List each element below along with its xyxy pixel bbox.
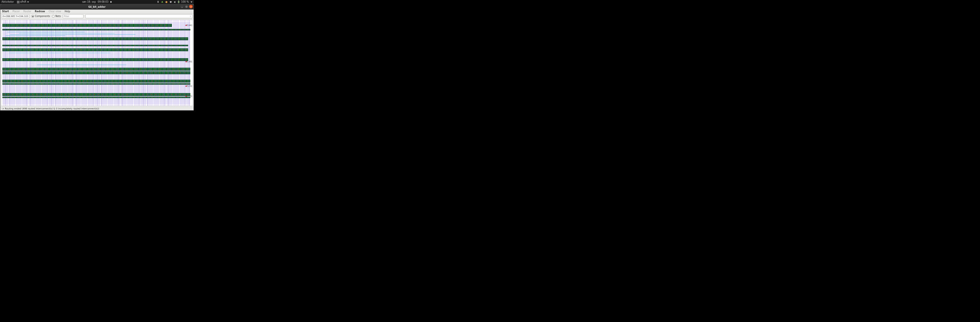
wifi-icon[interactable]	[169, 1, 172, 3]
cell-row	[2, 48, 188, 51]
menu-help[interactable]: Help	[63, 10, 72, 13]
svg-rect-3	[17, 2, 18, 2]
cell-row	[2, 58, 188, 61]
filter-input[interactable]: Filter	[63, 14, 84, 18]
view-nets-label: Nets	[56, 15, 61, 17]
window-close-button[interactable]	[189, 5, 192, 8]
coordinate-readout: X=288.985 Y=194.103	[1, 14, 30, 18]
svg-rect-0	[17, 1, 18, 2]
cell-row	[2, 68, 190, 71]
layout-canvas[interactable]: Y[44]Y[30]Y[23]Y[12]	[1, 20, 193, 106]
svg-rect-15	[178, 1, 179, 3]
app-name: ePnR	[20, 0, 26, 4]
svg-rect-17	[181, 7, 183, 7]
clock-time: 09:08:03	[98, 0, 108, 4]
battery-percent: 100 %	[181, 0, 189, 4]
svg-rect-8	[19, 3, 19, 3]
menu-start[interactable]: Start	[0, 10, 11, 13]
chevron-down-icon	[191, 2, 192, 3]
status-bar: -> Routing ended (498 routed interconnec…	[0, 107, 194, 110]
canvas-container: Y[44]Y[30]Y[23]Y[12]	[0, 20, 194, 106]
cell-row	[2, 97, 190, 98]
gnome-top-bar: Aktiviteter ePnR søn 19. sep 09:08:03 10…	[0, 0, 194, 4]
svg-marker-11	[161, 1, 163, 3]
view-nets-radio[interactable]: Nets	[52, 15, 61, 17]
clock[interactable]: søn 19. sep 09:08:03	[82, 0, 111, 4]
window-minimize-button[interactable]	[180, 5, 184, 8]
app-indicator[interactable]: ePnR	[17, 0, 29, 4]
clock-date: søn 19. sep	[82, 0, 96, 4]
cell-row	[2, 29, 190, 30]
cell-row	[2, 24, 172, 27]
cell-row	[2, 71, 190, 74]
notification-dot-icon	[110, 1, 112, 3]
volume-icon[interactable]	[174, 1, 176, 3]
svg-marker-9	[157, 1, 159, 2]
window-title: 64_bit_adder	[88, 6, 106, 8]
cell-row	[2, 83, 190, 85]
svg-rect-7	[18, 3, 19, 3]
status-text: -> Routing ended (498 routed interconnec…	[2, 107, 99, 110]
view-components-radio[interactable]: Components	[31, 15, 50, 17]
close-icon	[190, 6, 192, 8]
filter-placeholder: Filter	[64, 15, 70, 17]
pin-label: Y[12]	[186, 95, 192, 97]
window-titlebar[interactable]: 64_bit_adder	[0, 4, 194, 10]
svg-rect-18	[186, 6, 187, 7]
activities-button[interactable]: Aktiviteter	[2, 0, 14, 4]
app-window: 64_bit_adder Start Placer Router Redraw …	[0, 4, 194, 111]
pin-label: Y[30]	[186, 60, 192, 63]
svg-rect-4	[18, 2, 19, 2]
cell-row	[2, 37, 188, 40]
dropbox-icon[interactable]	[157, 1, 159, 3]
cell-row	[2, 45, 188, 46]
cell-row	[2, 93, 190, 96]
menu-redraw[interactable]: Redraw	[33, 10, 47, 13]
window-maximize-button[interactable]	[185, 5, 188, 8]
pin-label: Y[23]	[186, 85, 192, 87]
svg-point-12	[165, 1, 167, 3]
chevron-down-icon	[27, 2, 29, 3]
radio-icon	[52, 15, 54, 17]
svg-rect-2	[19, 1, 19, 2]
menu-clearview[interactable]: Clear view	[47, 10, 63, 13]
system-tray[interactable]: 100 %	[157, 0, 192, 4]
svg-rect-5	[19, 2, 19, 2]
svg-rect-1	[18, 1, 19, 2]
svg-marker-13	[174, 1, 175, 3]
chevron-down-icon	[190, 16, 191, 17]
sync-icon[interactable]	[161, 1, 164, 3]
weather-icon[interactable]	[165, 1, 168, 3]
toolbar: X=288.985 Y=194.103 Components Nets Filt…	[0, 14, 194, 19]
selection-dropdown[interactable]	[85, 14, 192, 18]
menu-router[interactable]: Router	[21, 10, 33, 13]
maximize-icon	[186, 6, 188, 8]
svg-marker-10	[157, 2, 159, 3]
radio-icon	[31, 15, 34, 17]
app-grid-icon	[17, 1, 19, 3]
view-components-label: Components	[35, 15, 50, 17]
menu-bar: Start Placer Router Redraw Clear view He…	[0, 10, 194, 14]
minimize-icon	[181, 6, 183, 8]
battery-icon[interactable]	[178, 1, 180, 3]
cell-row	[2, 79, 190, 82]
menu-placer[interactable]: Placer	[11, 10, 22, 13]
pin-label: Y[44]	[186, 24, 192, 27]
svg-rect-6	[17, 3, 18, 3]
